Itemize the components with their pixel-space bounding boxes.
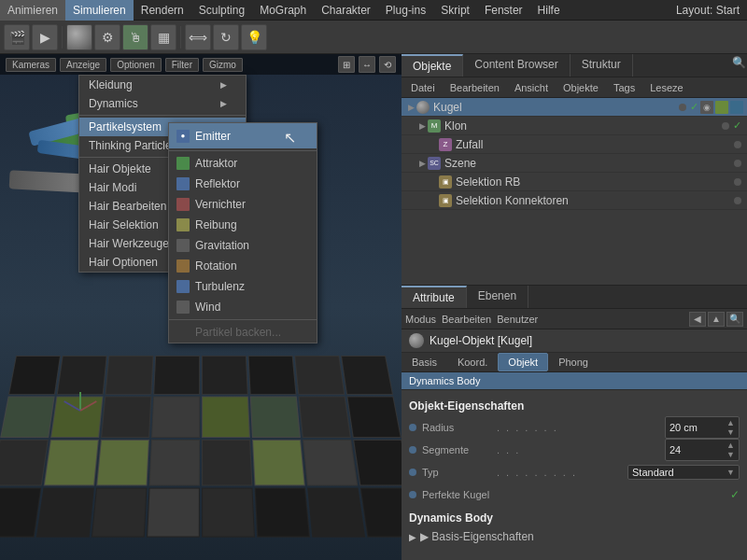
menu-fenster[interactable]: Fenster: [477, 0, 530, 21]
dd-dynamics[interactable]: Dynamics: [79, 94, 246, 113]
vp-filter-btn[interactable]: Filter: [165, 58, 199, 72]
tab-attribute[interactable]: Attribute: [402, 286, 467, 308]
attr-obj-name-label: Kugel-Objekt [Kugel]: [430, 334, 532, 347]
attr-tb-benutzer[interactable]: Benutzer: [497, 314, 538, 325]
menu-plugins[interactable]: Plug-ins: [378, 0, 433, 21]
attr-sub-tab-basis[interactable]: Basis: [402, 353, 447, 371]
menu-animieren[interactable]: Animieren: [0, 0, 65, 21]
vp-optionen-btn[interactable]: Optionen: [110, 58, 162, 72]
layout-value[interactable]: Start: [716, 4, 740, 17]
obj-search-icon[interactable]: 🔍: [730, 54, 747, 71]
wind-icon: [176, 301, 190, 314]
attr-tb-icon1[interactable]: ◀: [689, 312, 706, 327]
typ-select[interactable]: Standard ▼: [627, 465, 740, 480]
obj-row-selektion-konnektoren[interactable]: ▣ Selektion Konnektoren: [402, 191, 747, 210]
attr-tb-search[interactable]: 🔍: [726, 312, 743, 327]
reibung-icon: [176, 218, 190, 231]
cursor-arrow-icon: ↖: [284, 129, 296, 147]
obj-tb-ansicht[interactable]: Ansicht: [509, 81, 554, 94]
tab-struktur[interactable]: Struktur: [571, 54, 633, 77]
attr-tb-modus[interactable]: Modus: [405, 314, 436, 325]
obj-tb-tags[interactable]: Tags: [608, 81, 641, 94]
obj-tb-bearbeiten[interactable]: Bearbeiten: [444, 81, 505, 94]
segmente-value-text: 24: [669, 444, 681, 455]
toolbar-sphere-btn[interactable]: [66, 24, 92, 50]
toolbar-grid-btn[interactable]: ▦: [150, 24, 176, 50]
dd-hair-werkzeuge-label: Hair Werkzeuge: [89, 237, 169, 250]
toolbar-gear-btn[interactable]: ⚙: [94, 24, 120, 50]
obj-row-szene[interactable]: ▶ SC Szene: [402, 154, 747, 173]
submenu-emitter-label: Emitter: [195, 130, 231, 143]
obj-tb-objekte[interactable]: Objekte: [557, 81, 604, 94]
dd-kleidung-label: Kleidung: [89, 78, 133, 91]
klon-dot1: [722, 122, 729, 130]
toolbar-film-btn[interactable]: 🎬: [4, 24, 30, 50]
vp-gizmo-btn[interactable]: Gizmo: [203, 58, 243, 72]
dd-kleidung[interactable]: Kleidung: [79, 76, 246, 94]
tab-ebenen[interactable]: Ebenen: [467, 286, 529, 308]
obj-row-klon[interactable]: ▶ M Klon ✓: [402, 117, 747, 135]
dyn-section-title: Dynamics Body: [409, 511, 740, 525]
typ-value-text: Standard: [632, 467, 674, 478]
segmente-spinner[interactable]: ▲▼: [726, 441, 735, 459]
menu-charakter[interactable]: Charakter: [314, 0, 378, 21]
dd-sep1: [79, 115, 246, 116]
kugel-tag3-icon: [730, 101, 743, 114]
toolbar-play-btn[interactable]: ▶: [32, 24, 58, 50]
kugel-dot1: [679, 104, 686, 111]
submenu-attraktor-label: Attraktor: [195, 157, 237, 170]
submenu-vernichter[interactable]: Vernichter: [169, 194, 317, 215]
dyn-sub-expand[interactable]: ▶ ▶ Basis-Eigenschaften: [409, 530, 740, 543]
submenu-gravitation-label: Gravitation: [195, 239, 249, 252]
vp-nav-icon1[interactable]: ⊞: [338, 56, 355, 73]
submenu-sep2: [169, 319, 317, 320]
obj-tabs: Objekte Content Browser Struktur 🔍: [402, 54, 747, 77]
radius-dot: [409, 424, 416, 431]
obj-tb-leseze[interactable]: Leseze: [644, 81, 688, 94]
menu-sculpting[interactable]: Sculpting: [191, 0, 252, 21]
submenu-reflektor[interactable]: Reflektor: [169, 174, 317, 194]
submenu-gravitation[interactable]: Gravitation: [169, 235, 317, 256]
submenu-turbulenz[interactable]: Turbulenz: [169, 276, 317, 297]
kugel-name: Kugel: [433, 101, 679, 114]
dd-hair-objekte-label: Hair Objekte: [89, 162, 151, 175]
perfekte-kugel-checkbox[interactable]: ✓: [730, 488, 740, 501]
vp-anzeige-btn[interactable]: Anzeige: [60, 58, 106, 72]
obj-row-zufall[interactable]: Z Zufall: [402, 135, 747, 154]
toolbar-lamp-btn[interactable]: 💡: [241, 24, 267, 50]
attr-sub-tab-koord[interactable]: Koord.: [447, 353, 498, 371]
attr-tb-bearbeiten[interactable]: Bearbeiten: [442, 314, 491, 325]
submenu-rotation[interactable]: Rotation: [169, 256, 317, 276]
attr-tb-icon2[interactable]: ▲: [708, 312, 725, 327]
segmente-value[interactable]: 24 ▲▼: [665, 439, 740, 461]
vp-cameras-btn[interactable]: Kameras: [6, 58, 56, 72]
tab-content-browser[interactable]: Content Browser: [463, 54, 570, 77]
zufall-expand-icon: [428, 139, 439, 150]
vp-nav-icon2[interactable]: ↔: [359, 56, 375, 73]
submenu-emitter[interactable]: ● Emitter ↖: [169, 123, 317, 148]
toolbar-arrows-btn[interactable]: ⟺: [185, 24, 211, 50]
attr-sub-tab-objekt[interactable]: Objekt: [498, 353, 548, 371]
obj-row-selektion-rb[interactable]: ▣ Selektion RB: [402, 173, 747, 191]
vp-nav-icon3[interactable]: ⟲: [379, 56, 396, 73]
klon-icon: M: [428, 119, 441, 133]
submenu-attraktor[interactable]: Attraktor: [169, 153, 317, 174]
submenu-wind[interactable]: Wind: [169, 297, 317, 317]
submenu-reibung[interactable]: Reibung: [169, 215, 317, 235]
toolbar-cursor-btn[interactable]: 🖱: [122, 24, 148, 50]
szene-dot1: [734, 160, 741, 167]
menu-simulieren[interactable]: Simulieren: [65, 0, 134, 21]
toolbar-rotate-btn[interactable]: ↻: [213, 24, 239, 50]
menu-rendern[interactable]: Rendern: [134, 0, 191, 21]
menu-mograph[interactable]: MoGraph: [252, 0, 314, 21]
attr-sub-tab-phong[interactable]: Phong: [548, 353, 599, 371]
radius-spinner[interactable]: ▲▼: [726, 418, 735, 437]
obj-tb-datei[interactable]: Datei: [405, 81, 441, 94]
attr-obj-name: Kugel-Objekt [Kugel]: [402, 329, 747, 353]
menu-skript[interactable]: Skript: [433, 0, 477, 21]
radius-value[interactable]: 20 cm ▲▼: [665, 416, 740, 439]
submenu-partikel-backen[interactable]: Partikel backen...: [169, 322, 317, 343]
menu-hilfe[interactable]: Hilfe: [530, 0, 568, 21]
obj-row-kugel[interactable]: ▶ Kugel ✓ ◉: [402, 98, 747, 117]
tab-objekte[interactable]: Objekte: [402, 54, 463, 77]
